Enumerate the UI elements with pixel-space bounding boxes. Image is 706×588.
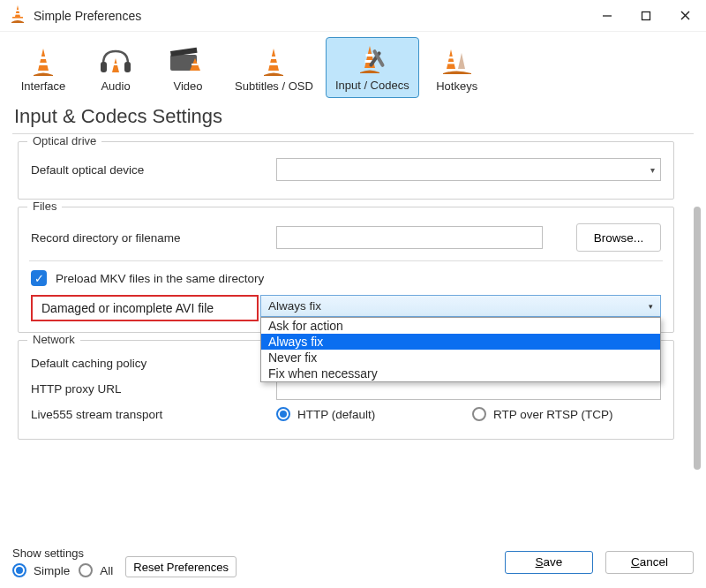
save-button[interactable]: Save bbox=[505, 551, 593, 574]
minimize-button[interactable] bbox=[588, 3, 627, 29]
page-title: Input & Codecs Settings bbox=[0, 98, 706, 133]
fieldset-optical: Optical drive Default optical device ▾ bbox=[18, 141, 674, 200]
label-caching-policy: Default caching policy bbox=[31, 357, 269, 370]
checkbox-preload-mkv[interactable]: ✓ bbox=[31, 270, 47, 286]
tab-hotkeys[interactable]: Hotkeys bbox=[423, 37, 492, 98]
radio-dot-on-icon bbox=[12, 563, 26, 577]
option-ask-for-action[interactable]: Ask for action bbox=[261, 318, 660, 334]
chevron-down-icon: ▾ bbox=[650, 165, 655, 175]
label-preload-mkv: Preload MKV files in the same directory bbox=[56, 272, 264, 285]
cone-icon bbox=[27, 44, 59, 78]
svg-rect-4 bbox=[642, 11, 650, 19]
bottom-bar: Show settings Simple All Reset Preferenc… bbox=[12, 547, 694, 577]
content-area: Optical drive Default optical device ▾ F… bbox=[0, 141, 706, 530]
dropdown-damaged-avi: Ask for action Always fix Never fix Fix … bbox=[260, 317, 661, 382]
option-always-fix[interactable]: Always fix bbox=[261, 334, 660, 350]
maximize-button[interactable] bbox=[627, 3, 665, 29]
svg-rect-0 bbox=[12, 17, 23, 19]
label-proxy-url: HTTP proxy URL bbox=[31, 382, 269, 396]
tab-audio[interactable]: Audio bbox=[81, 37, 150, 98]
cancel-button[interactable]: Cancel bbox=[605, 551, 694, 574]
label-live555: Live555 stream transport bbox=[31, 408, 269, 421]
label-default-optical: Default optical device bbox=[31, 163, 269, 177]
legend-files: Files bbox=[27, 200, 62, 213]
headphones-cone-icon bbox=[98, 44, 133, 78]
checkbox-row-preload-mkv[interactable]: ✓ Preload MKV files in the same director… bbox=[31, 270, 661, 286]
radio-http-default[interactable]: HTTP (default) bbox=[276, 407, 465, 421]
svg-rect-11 bbox=[113, 64, 118, 65]
divider bbox=[12, 133, 694, 134]
label-record-dir: Record directory or filename bbox=[31, 231, 269, 245]
svg-rect-8 bbox=[39, 63, 49, 65]
svg-rect-14 bbox=[192, 64, 198, 65]
radio-rtp-rtsp[interactable]: RTP over RTSP (TCP) bbox=[472, 407, 661, 421]
tab-video[interactable]: Video bbox=[154, 37, 222, 98]
svg-rect-21 bbox=[447, 57, 454, 58]
legend-network: Network bbox=[27, 333, 80, 346]
option-never-fix[interactable]: Never fix bbox=[261, 350, 660, 366]
select-default-optical[interactable]: ▾ bbox=[276, 158, 661, 181]
fieldset-files: Files Record directory or filename Brows… bbox=[18, 207, 674, 333]
category-tabs: Interface Audio Video Subtitles / OSD In… bbox=[0, 32, 706, 98]
clapper-cone-icon bbox=[169, 44, 207, 78]
show-settings-group: Show settings Simple All bbox=[12, 547, 113, 577]
window-title: Simple Preferences bbox=[34, 9, 588, 23]
radio-dot-off-icon bbox=[79, 563, 93, 577]
svg-rect-22 bbox=[447, 62, 454, 64]
close-button[interactable] bbox=[665, 3, 704, 29]
tab-subtitles[interactable]: Subtitles / OSD bbox=[226, 37, 322, 98]
radio-dot-off-icon bbox=[472, 407, 486, 421]
radio-show-all[interactable]: All bbox=[79, 563, 113, 577]
radio-show-simple[interactable]: Simple bbox=[12, 563, 70, 577]
cone-tools-icon bbox=[354, 43, 391, 77]
divider bbox=[29, 260, 663, 261]
input-record-dir[interactable] bbox=[276, 226, 543, 249]
svg-rect-10 bbox=[124, 62, 131, 72]
select-damaged-avi[interactable]: Always fix ▾ bbox=[260, 295, 661, 317]
legend-optical: Optical drive bbox=[27, 134, 101, 147]
option-fix-when-necessary[interactable]: Fix when necessary bbox=[261, 366, 660, 381]
svg-rect-16 bbox=[269, 63, 279, 65]
scrollbar-thumb[interactable] bbox=[694, 207, 701, 470]
svg-rect-15 bbox=[270, 57, 278, 59]
svg-rect-2 bbox=[15, 13, 20, 15]
tab-input-codecs[interactable]: Input / Codecs bbox=[326, 37, 419, 98]
cone-icon bbox=[258, 44, 289, 78]
svg-rect-7 bbox=[40, 57, 48, 59]
vlc-cone-icon bbox=[9, 4, 26, 26]
titlebar: Simple Preferences bbox=[0, 0, 706, 32]
cone-shadow-icon bbox=[439, 44, 476, 78]
label-show-settings: Show settings bbox=[12, 547, 113, 560]
label-damaged-avi: Damaged or incomplete AVI file bbox=[31, 295, 259, 321]
browse-button[interactable]: Browse... bbox=[576, 223, 661, 252]
svg-rect-17 bbox=[365, 54, 373, 57]
chevron-down-icon: ▾ bbox=[649, 302, 653, 311]
radio-dot-on-icon bbox=[276, 407, 290, 421]
svg-rect-1 bbox=[16, 10, 20, 11]
tab-interface[interactable]: Interface bbox=[9, 37, 78, 98]
svg-rect-9 bbox=[101, 62, 107, 72]
reset-preferences-button[interactable]: Reset Preferences bbox=[125, 556, 237, 577]
